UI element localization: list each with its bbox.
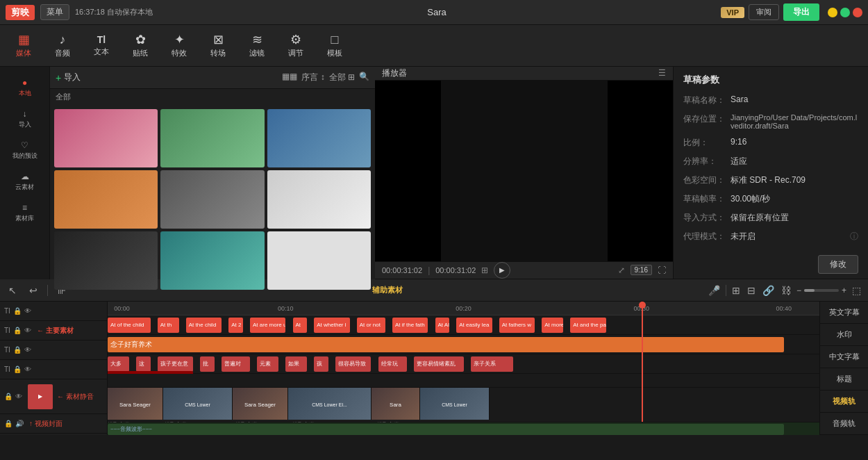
lock-icon-2[interactable]: 🔒 — [13, 327, 22, 334]
clip-sub-6[interactable]: 元素 — [257, 356, 278, 372]
audio-clip[interactable]: ~~~音频波形~~~ — [108, 424, 784, 435]
eye-icon-1[interactable]: 👁 — [24, 307, 31, 315]
toolbar-filter[interactable]: ≋ 滤镜 — [244, 33, 269, 58]
import-button[interactable]: + 导入 — [56, 72, 81, 83]
clip-text-2[interactable]: At th — [158, 318, 179, 333]
toolbar-adjust[interactable]: ⚙ 调节 — [283, 33, 308, 58]
clip-text-4[interactable]: At 2 — [228, 318, 243, 333]
minimize-button[interactable] — [828, 8, 837, 17]
timeline-icon[interactable]: ⊞ — [481, 265, 488, 275]
sort-label[interactable]: 序言 ↕ — [301, 72, 324, 83]
unlink-icon[interactable]: ⛓ — [780, 284, 792, 297]
clip-text-11[interactable]: At easily lea — [456, 318, 492, 333]
clip-sub-3[interactable]: 孩子更在意 — [158, 356, 193, 372]
video-strip[interactable]: Sara Seager CMS Lower Sara Seager CMS Lo… — [108, 388, 819, 420]
select-tool[interactable]: ↖ — [6, 284, 19, 297]
mic-icon[interactable]: 🎤 — [707, 284, 721, 297]
vip-badge[interactable]: VIP — [721, 7, 744, 18]
zoom-out-icon[interactable]: − — [796, 286, 801, 295]
toolbar-sticker[interactable]: ✿ 贴纸 — [128, 33, 153, 58]
clip-text-1[interactable]: At of the child — [108, 318, 151, 333]
thumb-5[interactable] — [160, 170, 264, 229]
clip-text-13[interactable]: At more — [542, 318, 563, 333]
menu-button[interactable]: 菜单 — [40, 4, 69, 20]
fit-timeline-icon[interactable]: ⬚ — [851, 284, 862, 297]
clip-sub-11[interactable]: 更容易情绪紊乱 — [414, 356, 464, 372]
right-label-title[interactable]: 标题 — [820, 368, 868, 391]
lock-icon-5[interactable]: 🔒 — [4, 393, 12, 400]
clip-sub-12[interactable]: 亲子关系 — [471, 356, 514, 372]
clip-sub-4[interactable]: 批 — [200, 356, 215, 372]
clip-text-6[interactable]: At — [293, 318, 308, 333]
thumb-7[interactable] — [54, 231, 158, 290]
lock-icon-3[interactable]: 🔒 — [13, 346, 22, 354]
clip-text-9[interactable]: At if the fath — [392, 318, 428, 333]
play-button[interactable]: ▶ — [494, 262, 510, 279]
eye-icon-3[interactable]: 👁 — [24, 346, 31, 354]
clip-sub-10[interactable]: 经常玩 — [378, 356, 407, 372]
link-icon[interactable]: 🔗 — [761, 284, 776, 297]
fit-screen-icon[interactable]: ⛶ — [658, 265, 666, 275]
sidebar-presets[interactable]: ♡ 我的预设 — [0, 135, 49, 166]
proxy-info-icon[interactable]: ⓘ — [850, 231, 858, 243]
toolbar-media[interactable]: ▦ 媒体 — [11, 33, 36, 58]
clip-main-1[interactable]: 念子好育养术 — [108, 337, 784, 352]
clip-text-5[interactable]: At are more u — [250, 318, 285, 333]
toolbar-template[interactable]: □ 模板 — [322, 33, 347, 58]
toolbar-transition[interactable]: ⊠ 转场 — [206, 33, 231, 58]
maximize-button[interactable] — [840, 8, 850, 17]
thumb-6[interactable] — [267, 170, 371, 229]
clip-text-12[interactable]: At fathers w — [499, 318, 535, 333]
sidebar-local[interactable]: ● 本地 — [0, 72, 49, 104]
thumb-8[interactable] — [160, 231, 264, 290]
right-label-audio[interactable]: 音频轨 — [820, 413, 868, 435]
all-filter-label[interactable]: 全部 ⊞ — [329, 72, 355, 83]
right-label-english[interactable]: 英文字幕 — [820, 302, 868, 324]
timeline-tracks[interactable]: 00:00 00:10 00:20 00:30 00:40 At of the … — [108, 302, 819, 435]
eye-icon-2[interactable]: 👁 — [24, 327, 31, 334]
clip-sub-2[interactable]: 这 — [136, 356, 151, 372]
review-button[interactable]: 审阅 — [749, 4, 779, 20]
track-toggle-1[interactable]: ⊞ — [731, 284, 742, 297]
search-icon[interactable]: 🔍 — [359, 72, 369, 83]
export-button[interactable]: 导出 — [783, 3, 819, 21]
toolbar-effects[interactable]: ✦ 特效 — [167, 33, 192, 58]
lock-icon-6[interactable]: 🔒 — [4, 420, 12, 427]
thumb-2[interactable] — [160, 109, 264, 167]
clip-sub-1[interactable]: 大多 — [108, 356, 129, 372]
fullscreen-icon[interactable]: ⤢ — [618, 265, 625, 275]
eye-icon-5[interactable]: 👁 — [15, 393, 22, 400]
clip-text-8[interactable]: At or not — [357, 318, 385, 333]
preview-menu-icon[interactable]: ☰ — [658, 68, 666, 78]
clip-sub-5[interactable]: 普遍对 — [222, 356, 250, 372]
undo-tool[interactable]: ↩ — [26, 284, 40, 297]
thumb-1[interactable] — [54, 109, 158, 167]
sidebar-cloud[interactable]: ☁ 云素材 — [0, 166, 49, 197]
thumb-3[interactable] — [267, 109, 371, 167]
sidebar-library[interactable]: ≡ 素材库 — [0, 197, 49, 229]
toolbar-text[interactable]: Tl 文本 — [89, 35, 114, 57]
thumb-4[interactable] — [54, 170, 158, 229]
clip-text-14[interactable]: At and the pa — [570, 318, 606, 333]
right-label-watermark[interactable]: 水印 — [820, 324, 868, 346]
close-button[interactable] — [853, 8, 862, 17]
thumb-9[interactable] — [267, 231, 371, 290]
eye-icon-6[interactable]: 🔊 — [15, 420, 24, 427]
right-label-chinese[interactable]: 中文字幕 — [820, 346, 868, 368]
clip-text-10[interactable]: At Al — [435, 318, 450, 333]
eye-icon-4[interactable]: 👁 — [24, 365, 31, 373]
modify-button[interactable]: 修改 — [818, 255, 858, 274]
clip-text-3[interactable]: At the child — [186, 318, 222, 333]
sidebar-import[interactable]: ↓ 导入 — [0, 104, 49, 135]
lock-icon-1[interactable]: 🔒 — [13, 307, 22, 315]
clip-sub-7[interactable]: 如果 — [285, 356, 307, 372]
lock-icon-4[interactable]: 🔒 — [13, 365, 22, 373]
zoom-in-icon[interactable]: + — [842, 286, 846, 295]
track-toggle-2[interactable]: ⊟ — [746, 284, 757, 297]
right-label-video[interactable]: 视频轨 — [820, 391, 868, 413]
toolbar-audio[interactable]: ♪ 音频 — [50, 33, 75, 58]
grid-toggle-icon[interactable]: ▦▦ — [282, 72, 297, 83]
clip-sub-8[interactable]: 孩 — [314, 356, 328, 372]
clip-sub-9[interactable]: 很容易导致 — [335, 356, 371, 372]
clip-text-7[interactable]: At whether l — [314, 318, 349, 333]
